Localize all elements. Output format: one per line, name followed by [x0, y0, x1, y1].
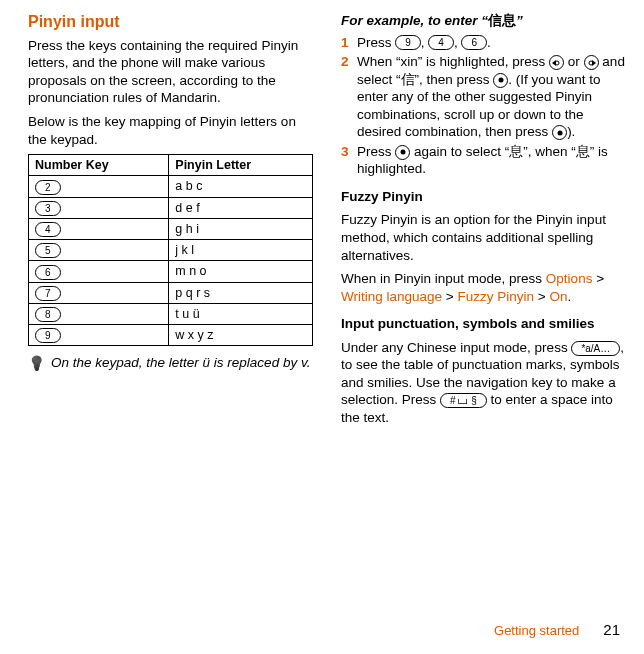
text: . — [487, 35, 491, 50]
heading-pinyin-input: Pinyin input — [28, 12, 313, 33]
text: ). — [567, 124, 575, 139]
fuzzy-body: Fuzzy Pinyin is an option for the Pinyin… — [341, 211, 626, 264]
cell-letters: t u ü — [169, 303, 313, 324]
intro-paragraph: Press the keys containing the required P… — [28, 37, 313, 107]
example-title-post: ” — [516, 13, 523, 28]
link-options: Options — [546, 271, 593, 286]
cell-letters: g h i — [169, 218, 313, 239]
cell-letters: w x y z — [169, 325, 313, 346]
heading-fuzzy-pinyin: Fuzzy Pinyin — [341, 188, 626, 206]
text: . — [567, 289, 571, 304]
step-2: 2 When “xin” is highlighted, press or an… — [341, 53, 626, 141]
nav-right-icon — [584, 55, 599, 70]
step-1: 1 Press 9, 4, 6. — [341, 34, 626, 52]
keycap-4: 4 — [35, 222, 61, 237]
step-number: 3 — [341, 143, 353, 178]
col-header-pinyin-letter: Pinyin Letter — [169, 155, 313, 176]
text: > — [442, 289, 457, 304]
nav-center-icon — [395, 145, 410, 160]
footer-page-number: 21 — [603, 620, 620, 640]
table-row: 4g h i — [29, 218, 313, 239]
table-row: 8t u ü — [29, 303, 313, 324]
keycap-5: 5 — [35, 243, 61, 258]
step-3: 3 Press again to select “息”, when “息” is… — [341, 143, 626, 178]
fuzzy-path: When in Pinyin input mode, press Options… — [341, 270, 626, 305]
text: > — [592, 271, 604, 286]
footer-section: Getting started — [494, 623, 579, 640]
chinese-char: 息 — [509, 144, 523, 159]
cell-letters: p q r s — [169, 282, 313, 303]
lightbulb-icon: 💡 — [28, 354, 45, 372]
chinese-char: 息 — [576, 144, 590, 159]
nav-center-icon — [493, 73, 508, 88]
table-row: 7p q r s — [29, 282, 313, 303]
table-row: 6m n o — [29, 261, 313, 282]
col-header-number-key: Number Key — [29, 155, 169, 176]
keycap-7: 7 — [35, 286, 61, 301]
text: again to select “ — [410, 144, 509, 159]
page-footer: Getting started 21 — [494, 620, 620, 640]
text: Under any Chinese input mode, press — [341, 340, 571, 355]
step-number: 2 — [341, 53, 353, 141]
text: ”, then press — [415, 72, 494, 87]
mapping-intro: Below is the key mapping of Pinyin lette… — [28, 113, 313, 148]
example-chars: 信息 — [488, 13, 516, 28]
table-row: 5j k l — [29, 240, 313, 261]
keycap-hash: # ⌴ § — [440, 393, 487, 408]
nav-left-icon — [549, 55, 564, 70]
table-row: 3d e f — [29, 197, 313, 218]
example-title-pre: For example, to enter “ — [341, 13, 488, 28]
table-row: 9w x y z — [29, 325, 313, 346]
text: ”, when “ — [523, 144, 576, 159]
keycap-4: 4 — [428, 35, 454, 50]
punct-body: Under any Chinese input mode, press *a/A… — [341, 339, 626, 427]
keycap-8: 8 — [35, 307, 61, 322]
keycap-2: 2 — [35, 180, 61, 195]
cell-letters: m n o — [169, 261, 313, 282]
cell-letters: j k l — [169, 240, 313, 261]
text: , — [421, 35, 429, 50]
keycap-6: 6 — [35, 265, 61, 280]
example-title: For example, to enter “信息” — [341, 12, 626, 30]
link-on: On — [549, 289, 567, 304]
text: > — [534, 289, 549, 304]
pinyin-mapping-table: Number Key Pinyin Letter 2a b c 3d e f 4… — [28, 154, 313, 346]
keycap-9: 9 — [35, 328, 61, 343]
text: Press — [357, 144, 395, 159]
heading-input-punctuation: Input punctuation, symbols and smilies — [341, 315, 626, 333]
cell-letters: a b c — [169, 176, 313, 197]
step-number: 1 — [341, 34, 353, 52]
tip-note: 💡 On the keypad, the letter ü is replace… — [28, 354, 313, 372]
text: Press — [357, 35, 395, 50]
tip-text: On the keypad, the letter ü is replaced … — [51, 354, 310, 372]
table-row: 2a b c — [29, 176, 313, 197]
keycap-star: *a/A… — [571, 341, 620, 356]
text: When in Pinyin input mode, press — [341, 271, 546, 286]
keycap-9: 9 — [395, 35, 421, 50]
keycap-3: 3 — [35, 201, 61, 216]
text: , — [454, 35, 462, 50]
keycap-6: 6 — [461, 35, 487, 50]
text: When “xin” is highlighted, press — [357, 54, 549, 69]
chinese-char: 信 — [401, 72, 415, 87]
link-writing-language: Writing language — [341, 289, 442, 304]
nav-center-icon — [552, 125, 567, 140]
cell-letters: d e f — [169, 197, 313, 218]
text: or — [564, 54, 584, 69]
link-fuzzy-pinyin: Fuzzy Pinyin — [457, 289, 534, 304]
